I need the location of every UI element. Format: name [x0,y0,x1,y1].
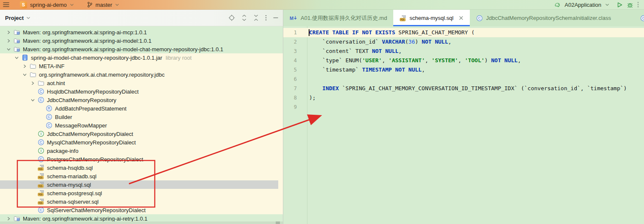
tree-item-label: Maven: org.springframework.ai:spring-ai-… [23,29,147,36]
line-number: 5 [283,65,297,75]
chevron-down-icon[interactable] [70,3,74,6]
chevron-down-icon[interactable] [605,3,609,6]
svg-text:C: C [40,89,43,94]
line-number: 4 [283,56,297,65]
chevron-spacer [30,89,35,94]
code-line: 2 `conversation_id` VARCHAR(36) NOT NULL… [283,37,644,47]
tree-row[interactable]: org.springframework.ai.chat.memory.repos… [0,70,283,79]
branch-name[interactable]: master [96,2,112,8]
code-editor[interactable]: 1CREATE TABLE IF NOT EXISTS SPRING_AI_CH… [283,26,644,224]
tree-item-label: JdbcChatMemoryRepository [47,97,116,103]
chevron-down-icon[interactable] [6,47,11,52]
project-tree[interactable]: Maven: org.springframework.ai:spring-ai-… [0,26,283,224]
run-configuration-icon[interactable] [554,2,561,8]
chevron-spacer [30,131,35,136]
class-icon: C [38,156,44,163]
debug-button[interactable] [627,2,633,8]
tree-row[interactable]: SQLschema-hsqldb.sql [0,163,283,172]
editor-tab[interactable]: MA01.使用数据库持久化对话历史.md [283,10,393,26]
chevron-down-icon[interactable] [26,16,30,19]
hamburger-menu-icon[interactable] [3,2,9,7]
chevron-right-icon[interactable] [6,216,11,221]
class-icon: C [46,122,52,129]
project-name[interactable]: spring-ai-demo [30,2,67,8]
code-line: 6 [283,75,644,84]
close-icon[interactable] [459,16,463,20]
tree-row[interactable]: SQLschema-mysql.sql [0,180,283,189]
tree-row[interactable]: CSqlServerChatMemoryRepositoryDialect [0,206,283,214]
tree-row[interactable]: CMysqlChatMemoryRepositoryDialect [0,138,283,147]
lib-icon [14,37,20,44]
svg-text:SQL: SQL [38,202,44,204]
tree-row[interactable]: SQLschema-postgresql.sql [0,189,283,197]
chevron-right-icon[interactable] [30,80,35,86]
svg-text:SQL: SQL [38,185,44,187]
chevron-spacer [30,148,35,153]
main-toolbar: S spring-ai-demo master A02Application [0,0,644,10]
scrollbar-thumb[interactable] [276,221,280,224]
editor-tab[interactable]: CJdbcChatMemoryRepositorySchemaInitializ… [470,10,617,26]
tree-row[interactable]: Maven: org.springframework.ai:spring-ai-… [0,45,283,53]
run-config-name[interactable]: A02Application [565,2,601,8]
chevron-right-icon[interactable] [6,30,11,35]
tree-row[interactable]: CPostgresChatMemoryRepositoryDialect [0,155,283,163]
chevron-down-icon[interactable] [30,97,35,102]
git-branch-icon[interactable] [87,2,93,8]
tree-row[interactable]: spring-ai-model-chat-memory-repository-j… [0,53,283,62]
collapse-all-icon[interactable] [253,14,259,21]
lib-icon [14,215,20,222]
tree-item-label: PostgresChatMemoryRepositoryDialect [47,156,143,163]
class-icon[interactable]: C [640,10,644,26]
chevron-spacer [30,157,35,162]
class-icon: C [38,88,44,95]
tree-row[interactable]: SQLschema-mariadb.sql [0,172,283,180]
editor-tab[interactable]: SQLschema-mysql.sql [393,10,470,26]
chevron-down-icon[interactable] [14,55,19,60]
project-panel-title[interactable]: Project [5,15,24,21]
tree-row[interactable]: SQLschema-sqlserver.sql [0,197,283,206]
tree-row[interactable]: aot.hint [0,79,283,87]
run-button[interactable] [617,2,623,8]
markdown-icon: M [290,15,298,21]
tree-row[interactable]: Maven: org.springframework.ai:spring-ai-… [0,28,283,36]
lib-icon [14,46,20,53]
tree-row[interactable]: Ipackage-info [0,147,283,155]
code-line: 3 `content` TEXT NOT NULL, [283,47,644,56]
expand-all-icon[interactable] [241,14,247,21]
chevron-spacer [30,165,35,170]
svg-text:SQL: SQL [38,168,44,170]
locate-file-icon[interactable] [228,14,235,21]
svg-text:SQL: SQL [400,18,406,21]
ide-window: S spring-ai-demo master A02Application [0,0,644,224]
sql-icon: SQL [38,190,44,196]
chevron-right-icon[interactable] [6,38,11,43]
code-line: 9 [283,102,644,112]
hide-panel-icon[interactable] [273,17,278,19]
more-options-icon[interactable] [265,15,267,21]
svg-text:SQL: SQL [38,176,44,179]
tree-item-label: spring-ai-model-chat-memory-repository-j… [31,55,162,61]
tree-row[interactable]: CBuilder [0,113,283,121]
chevron-down-icon[interactable] [115,3,119,6]
tree-item-label: Maven: org.springframework.ai:spring-ai-… [23,46,223,53]
tree-row[interactable]: Maven: org.springframework.ai:spring-ai-… [0,36,283,45]
project-logo-icon[interactable]: S [20,1,27,8]
tree-item-label: MysqlChatMemoryRepositoryDialect [47,139,136,146]
more-actions-icon[interactable] [637,2,639,8]
horizontal-scrollbar[interactable] [0,221,283,224]
svg-text:C: C [642,16,644,20]
tree-row[interactable]: CMessageRowMapper [0,121,283,130]
tree-row[interactable]: RAddBatchPreparedStatement [0,104,283,113]
tree-row[interactable]: CJdbcChatMemoryRepository [0,96,283,104]
line-number: 1 [283,28,297,37]
tree-row[interactable]: CHsqldbChatMemoryRepositoryDialect [0,87,283,96]
chevron-right-icon[interactable] [22,64,27,69]
tree-row[interactable]: META-INF [0,62,283,70]
tree-item-label: MessageRowMapper [55,122,107,129]
tree-row[interactable]: IJdbcChatMemoryRepositoryDialect [0,130,283,138]
chevron-down-icon[interactable] [22,72,27,77]
tree-item-label: schema-mysql.sql [47,182,91,188]
chevron-spacer [38,114,43,119]
svg-text:C: C [40,157,43,161]
tree-item-suffix: library root [166,55,192,61]
